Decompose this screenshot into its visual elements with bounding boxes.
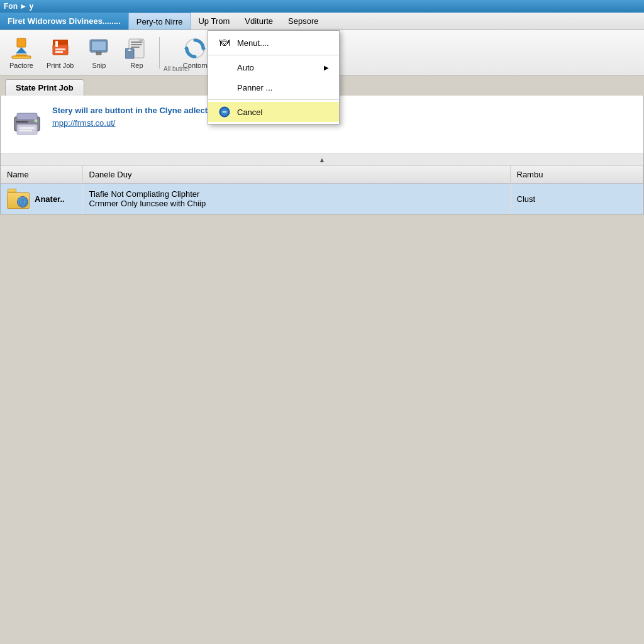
svg-rect-0 — [17, 38, 26, 47]
snip-button[interactable]: Snip — [81, 33, 116, 72]
title-bar: Fon ► y — [0, 0, 644, 13]
toolbar-divider-1 — [159, 37, 160, 69]
rep-button[interactable]: Rep — [119, 33, 154, 72]
dropdown-separator-2 — [208, 99, 339, 100]
row-name-label: Anater.. — [35, 194, 65, 204]
panner-icon — [218, 81, 231, 94]
pactore-label: Pactore — [9, 62, 33, 69]
col-header-name: Name — [1, 166, 82, 184]
svg-rect-7 — [55, 48, 65, 50]
svg-rect-15 — [131, 44, 142, 45]
menu-item-up-trom[interactable]: Up Trom — [191, 13, 237, 30]
rep-icon — [124, 36, 149, 60]
cancel-icon — [218, 106, 231, 118]
print-job-button[interactable]: Print Job — [42, 33, 79, 72]
rep-label: Rep — [130, 62, 143, 69]
info-banner-link2[interactable]: mpp://frmst.co.ut/ — [52, 118, 115, 128]
svg-rect-14 — [131, 42, 142, 43]
svg-point-51 — [35, 119, 38, 123]
info-banner-bold: Stery will are buttont in the Clyne adle… — [52, 106, 220, 115]
collapse-arrow: ▲ — [319, 156, 326, 164]
menu-bar: Firet Widorows Divinees........ Pery-to … — [0, 13, 644, 30]
svg-marker-1 — [16, 47, 27, 53]
svg-rect-45 — [223, 111, 227, 113]
collapse-handle[interactable]: ▲ — [1, 153, 643, 166]
row-rambu-cell: Clust — [510, 184, 643, 214]
svg-rect-52 — [16, 121, 28, 123]
title-text: Fon ► y — [4, 2, 33, 11]
svg-rect-8 — [55, 51, 63, 53]
svg-rect-16 — [131, 47, 140, 48]
printer-icon — [11, 106, 43, 144]
svg-rect-6 — [55, 41, 58, 47]
row-icon-container: Anater.. — [7, 189, 76, 209]
svg-rect-11 — [92, 42, 106, 50]
svg-rect-3 — [12, 56, 31, 58]
menu-bar-title[interactable]: Firet Widorows Divinees........ — [0, 13, 128, 30]
row-danele-cell: Tiafie Not Compliating Cliphter Crmmer O… — [82, 184, 510, 214]
pactore-button[interactable]: Pactore — [4, 33, 39, 72]
tab-state-print-job[interactable]: State Print Job — [5, 79, 84, 96]
globe-icon — [17, 196, 28, 208]
col-header-rambu: Rambu — [510, 166, 643, 184]
dropdown-panner[interactable]: Panner ... — [208, 77, 339, 97]
data-table: Name Danele Duy Rambu — [1, 166, 643, 214]
dropdown-cancel[interactable]: Cancel — [208, 102, 339, 122]
row-danele-line2: Crmmer Only luncsee with Chiip — [89, 199, 504, 208]
snip-icon — [86, 36, 111, 60]
dropdown-auto[interactable]: Auto ▶ — [208, 57, 339, 77]
row-name-cell: Anater.. — [1, 184, 82, 214]
print-job-label: Print Job — [47, 62, 74, 69]
dropdown-separator-1 — [208, 55, 339, 55]
row-danele-line1: Tiafie Not Compliating Cliphter — [89, 189, 504, 199]
auto-arrow: ▶ — [324, 64, 329, 71]
col-header-danele: Danele Duy — [82, 166, 510, 184]
menu-item-vditurte[interactable]: Vditurte — [237, 13, 280, 30]
auto-icon — [218, 61, 231, 74]
menu-item-sepsore[interactable]: Sepsore — [280, 13, 326, 30]
svg-marker-12 — [96, 52, 101, 55]
svg-rect-50 — [19, 130, 32, 131]
print-job-icon — [48, 36, 73, 60]
folder-icon — [7, 189, 30, 209]
svg-rect-47 — [17, 113, 37, 119]
table-row[interactable]: Anater.. Tiafie Not Compliating Cliphter… — [1, 184, 643, 214]
menut-icon: 🍽 — [218, 36, 231, 49]
dropdown-menut[interactable]: 🍽 Menut.... — [208, 33, 339, 53]
all-butner-label: All butner — [164, 65, 190, 72]
snip-label: Snip — [92, 62, 106, 69]
svg-rect-49 — [19, 127, 35, 129]
contorn-icon — [182, 36, 208, 60]
dropdown-menu: 🍽 Menut.... Auto ▶ Panner ... Cancel — [208, 30, 340, 125]
menu-item-pery-to-nirre[interactable]: Pery-to Nirre — [128, 13, 191, 30]
pactore-icon — [9, 36, 34, 60]
